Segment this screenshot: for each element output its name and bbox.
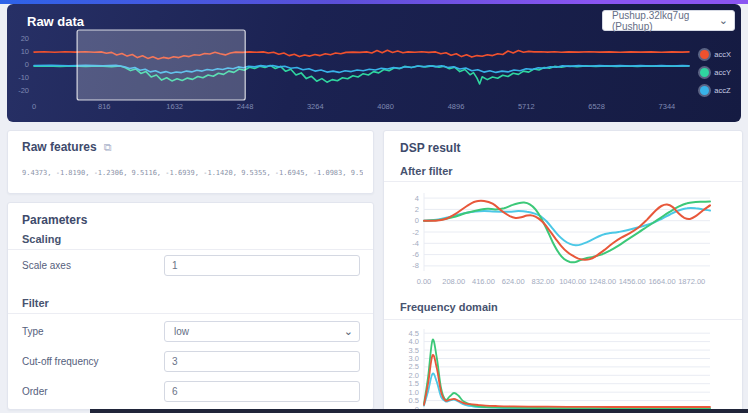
accx-legend-dot-icon — [700, 50, 709, 59]
svg-text:816: 816 — [98, 102, 111, 111]
cutoff-input[interactable] — [164, 351, 360, 372]
svg-text:10: 10 — [21, 47, 29, 56]
svg-text:208.00: 208.00 — [442, 277, 465, 286]
raw-features-card: Raw features⧉ 9.4373, -1.8190, -1.2306, … — [7, 130, 374, 194]
order-label: Order — [22, 386, 48, 397]
svg-text:4: 4 — [415, 194, 419, 203]
accz-legend-dot-icon — [700, 86, 709, 95]
svg-text:3264: 3264 — [307, 102, 324, 111]
svg-text:-20: -20 — [18, 86, 29, 95]
legend-item-accx[interactable]: accX — [700, 48, 731, 61]
svg-text:4896: 4896 — [448, 102, 465, 111]
after-filter-chart: 420-2-4-6-80.00208.00416.00624.00832.001… — [398, 187, 728, 287]
svg-text:-8: -8 — [412, 261, 419, 270]
svg-text:20: 20 — [21, 34, 29, 43]
after-filter-heading: After filter — [400, 165, 453, 177]
dsp-result-title: DSP result — [400, 141, 460, 155]
next-section-edge — [90, 409, 748, 413]
type-select-value: low — [174, 326, 189, 337]
svg-text:4080: 4080 — [377, 102, 394, 111]
chevron-down-icon: ⌄ — [719, 14, 728, 25]
parameters-card: Parameters Scaling Scale axes Filter Typ… — [7, 202, 374, 410]
svg-text:416.00: 416.00 — [472, 277, 495, 286]
svg-text:1632: 1632 — [166, 102, 183, 111]
frequency-domain-heading: Frequency domain — [400, 301, 498, 313]
svg-text:1664.00: 1664.00 — [648, 277, 675, 286]
cutoff-label: Cut-off frequency — [22, 356, 99, 367]
raw-data-chart[interactable]: 20100-10-2008161632244832644080489657126… — [17, 28, 695, 112]
divider — [384, 319, 742, 320]
chevron-down-icon: ⌄ — [344, 325, 353, 336]
svg-text:1248.00: 1248.00 — [589, 277, 616, 286]
svg-text:624.00: 624.00 — [502, 277, 525, 286]
svg-text:2: 2 — [415, 205, 419, 214]
svg-text:1456.00: 1456.00 — [619, 277, 646, 286]
svg-text:-10: -10 — [18, 73, 29, 82]
accy-legend-dot-icon — [700, 68, 709, 77]
type-select[interactable]: low ⌄ — [164, 321, 360, 342]
raw-data-title: Raw data — [27, 14, 84, 29]
legend-item-accy[interactable]: accY — [700, 66, 731, 79]
svg-text:1040.00: 1040.00 — [559, 277, 586, 286]
legend-label: accY — [714, 68, 731, 77]
frequency-domain-chart: 4.54.03.53.02.52.01.51.00.50 — [398, 323, 728, 413]
legend-label: accZ — [714, 86, 730, 95]
svg-text:-6: -6 — [412, 250, 419, 259]
raw-chart-legend: accX accY accZ — [700, 48, 731, 102]
divider — [8, 249, 373, 250]
raw-features-title-text: Raw features — [22, 140, 97, 154]
legend-label: accX — [714, 50, 731, 59]
svg-text:-4: -4 — [412, 239, 419, 248]
svg-text:0.00: 0.00 — [417, 277, 432, 286]
svg-text:0: 0 — [25, 60, 29, 69]
legend-item-accz[interactable]: accZ — [700, 84, 731, 97]
svg-text:5712: 5712 — [518, 102, 535, 111]
divider — [384, 181, 742, 182]
raw-features-values: 9.4373, -1.8190, -1.2306, 9.5116, -1.693… — [22, 169, 363, 177]
scale-axes-input[interactable] — [164, 255, 360, 276]
svg-text:-2: -2 — [412, 228, 419, 237]
order-input[interactable] — [164, 381, 360, 402]
svg-text:0: 0 — [415, 216, 419, 225]
svg-text:0: 0 — [32, 102, 36, 111]
scale-axes-label: Scale axes — [22, 260, 71, 271]
copy-icon[interactable]: ⧉ — [104, 141, 112, 153]
svg-text:2448: 2448 — [237, 102, 254, 111]
svg-text:6528: 6528 — [588, 102, 605, 111]
raw-features-title: Raw features⧉ — [22, 140, 112, 154]
svg-text:1872.00: 1872.00 — [678, 277, 705, 286]
scaling-heading: Scaling — [22, 233, 61, 245]
filter-heading: Filter — [22, 297, 49, 309]
svg-text:7344: 7344 — [659, 102, 676, 111]
dsp-result-card: DSP result After filter 420-2-4-6-80.002… — [383, 130, 743, 413]
svg-text:832.00: 832.00 — [532, 277, 555, 286]
type-label: Type — [22, 326, 44, 337]
raw-data-panel: Raw data Pushup.32lkq7ug (Pushup) ⌄ 2010… — [7, 4, 741, 122]
divider — [8, 313, 373, 314]
parameters-title: Parameters — [22, 213, 87, 227]
